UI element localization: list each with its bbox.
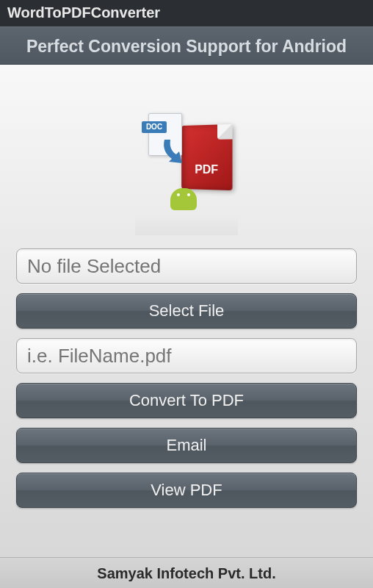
company-name: Samyak Infotech Pvt. Ltd. [97,565,275,581]
controls: Select File Convert To PDF Email View PD… [16,248,357,508]
selected-file-input[interactable] [16,248,357,284]
logo-area: PDF DOC [16,79,357,248]
select-file-button[interactable]: Select File [16,293,357,329]
status-bar: WordToPDFConverter [0,0,373,26]
convert-to-pdf-button[interactable]: Convert To PDF [16,383,357,418]
view-pdf-button[interactable]: View PDF [16,473,357,508]
app-title: WordToPDFConverter [7,4,160,21]
android-icon [170,188,197,210]
conversion-logo-icon: PDF DOC [135,109,238,219]
conversion-arrow-icon [160,135,192,168]
doc-label: DOC [142,121,167,133]
email-button[interactable]: Email [16,428,357,463]
header-banner: Perfect Conversion Support for Andriod [0,26,373,65]
main-content: PDF DOC Select File Convert To PDF Email… [0,65,373,557]
footer: Samyak Infotech Pvt. Ltd. [0,557,373,588]
tagline: Perfect Conversion Support for Andriod [26,37,347,56]
output-filename-input[interactable] [16,338,357,373]
